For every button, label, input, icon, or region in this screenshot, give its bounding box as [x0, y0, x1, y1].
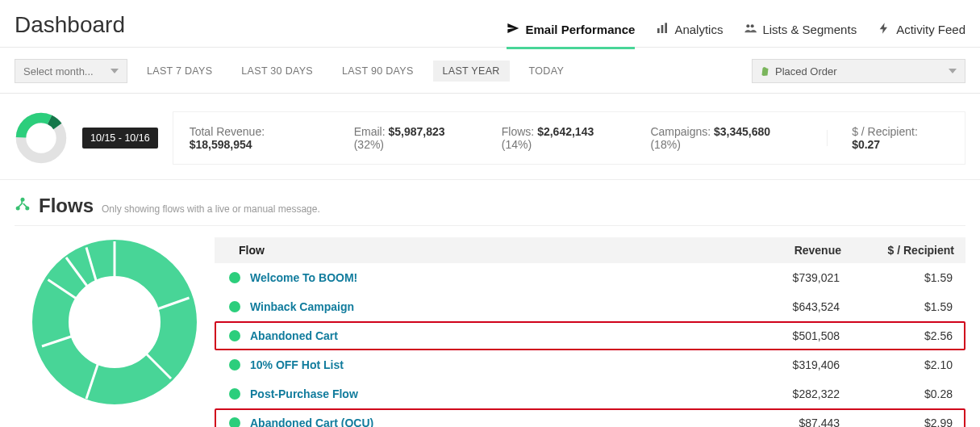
metric-campaigns: Campaigns: $3,345,680 (18%) [650, 125, 803, 151]
cell-revenue: $319,406 [703, 358, 840, 371]
range-last-year[interactable]: LAST YEAR [433, 61, 510, 82]
table-row: Abandoned Cart (OCU)$87,443$2.99 [215, 408, 965, 427]
flows-table-header: Flow Revenue $ / Recipient [215, 237, 965, 263]
svg-rect-2 [665, 23, 668, 33]
svg-rect-1 [661, 25, 664, 33]
tab-label: Activity Feed [896, 23, 965, 36]
table-row: Welcome To BOOM!$739,021$1.59 [215, 263, 965, 292]
month-select[interactable]: Select month... [15, 59, 127, 83]
dashboard-header: Dashboard Email Performance Analytics Li… [0, 0, 980, 48]
flow-name-link[interactable]: Post-Purchase Flow [250, 387, 703, 400]
svg-point-4 [751, 24, 754, 27]
date-range-chip: 10/15 - 10/16 [82, 128, 158, 149]
select-value: Placed Order [775, 65, 949, 77]
range-last-90-days[interactable]: LAST 90 DAYS [332, 61, 423, 82]
flow-name-link[interactable]: 10% OFF Hot List [250, 358, 703, 371]
tab-lists-segments[interactable]: Lists & Segments [744, 22, 857, 49]
bar-chart-icon [656, 22, 669, 37]
table-row: Winback Campaign$643,524$1.59 [215, 292, 965, 321]
status-dot [229, 330, 240, 341]
cell-revenue: $643,524 [703, 300, 840, 313]
flows-section: Flows Only showing flows with a live or … [0, 180, 980, 427]
tab-email-performance[interactable]: Email Performance [507, 22, 635, 49]
flows-table: Flow Revenue $ / Recipient Welcome To BO… [215, 237, 965, 427]
event-select[interactable]: Placed Order [752, 59, 965, 83]
table-row: 10% OFF Hot List$319,406$2.10 [215, 350, 965, 379]
cell-per-recipient: $2.99 [840, 417, 953, 427]
cell-revenue: $501,508 [703, 329, 840, 342]
main-nav: Email Performance Analytics Lists & Segm… [507, 11, 965, 39]
flows-heading: Flows [39, 195, 94, 217]
summary-donut [15, 111, 68, 165]
th-per-recipient[interactable]: $ / Recipient [841, 244, 954, 257]
th-revenue[interactable]: Revenue [704, 244, 841, 257]
range-last-7-days[interactable]: LAST 7 DAYS [137, 61, 222, 82]
flows-rows: Welcome To BOOM!$739,021$1.59Winback Cam… [215, 263, 965, 427]
flow-name-link[interactable]: Abandoned Cart (OCU) [250, 417, 703, 427]
chevron-down-icon [949, 69, 957, 73]
tab-activity-feed[interactable]: Activity Feed [878, 22, 965, 49]
tab-label: Lists & Segments [762, 23, 857, 36]
svg-rect-0 [657, 28, 660, 33]
chevron-down-icon [111, 69, 119, 73]
th-flow[interactable]: Flow [239, 244, 704, 257]
flow-name-link[interactable]: Winback Campaign [250, 300, 703, 313]
range-today[interactable]: TODAY [519, 61, 573, 82]
status-dot [229, 417, 240, 427]
status-dot [229, 388, 240, 400]
filter-left: Select month... LAST 7 DAYS LAST 30 DAYS… [15, 59, 573, 83]
flow-name-link[interactable]: Abandoned Cart [250, 329, 703, 342]
status-dot [229, 359, 240, 370]
status-dot [229, 272, 240, 283]
metric-flows: Flows: $2,642,143 (14%) [502, 125, 627, 151]
metric-per-recipient: $ / Recipient: $0.27 [852, 125, 949, 151]
flows-donut [15, 237, 215, 427]
flow-name-link[interactable]: Welcome To BOOM! [250, 271, 703, 284]
tab-label: Email Performance [525, 23, 635, 36]
metric-total: Total Revenue: $18,598,954 [190, 125, 330, 151]
divider [827, 130, 828, 146]
summary-row: 10/15 - 10/16 Total Revenue: $18,598,954… [0, 94, 980, 180]
tab-analytics[interactable]: Analytics [656, 22, 723, 49]
flows-hint: Only showing flows with a live or manual… [102, 203, 320, 215]
cell-revenue: $282,322 [703, 387, 840, 400]
paper-plane-icon [507, 22, 519, 37]
page-title: Dashboard [15, 12, 125, 38]
tab-label: Analytics [674, 23, 723, 36]
table-row: Post-Purchase Flow$282,322$0.28 [215, 379, 965, 408]
bolt-icon [878, 22, 890, 37]
select-placeholder: Select month... [23, 65, 94, 77]
shopify-icon [761, 65, 770, 77]
cell-per-recipient: $0.28 [840, 387, 953, 400]
cell-per-recipient: $2.10 [840, 358, 953, 371]
cell-per-recipient: $1.59 [840, 300, 953, 313]
metric-email: Email: $5,987,823 (32%) [354, 125, 477, 151]
summary-metrics: Total Revenue: $18,598,954 Email: $5,987… [173, 111, 965, 165]
status-dot [229, 301, 240, 312]
users-icon [744, 22, 757, 37]
cell-revenue: $87,443 [703, 417, 840, 427]
flows-body: Flow Revenue $ / Recipient Welcome To BO… [15, 226, 965, 427]
range-last-30-days[interactable]: LAST 30 DAYS [231, 61, 323, 82]
cell-revenue: $739,021 [703, 271, 840, 284]
flows-section-header: Flows Only showing flows with a live or … [15, 195, 965, 226]
cell-per-recipient: $1.59 [840, 271, 953, 284]
filter-bar: Select month... LAST 7 DAYS LAST 30 DAYS… [0, 48, 980, 94]
cell-per-recipient: $2.56 [840, 329, 953, 342]
flows-icon [15, 196, 31, 216]
table-row: Abandoned Cart$501,508$2.56 [215, 321, 965, 350]
svg-point-3 [747, 24, 750, 27]
